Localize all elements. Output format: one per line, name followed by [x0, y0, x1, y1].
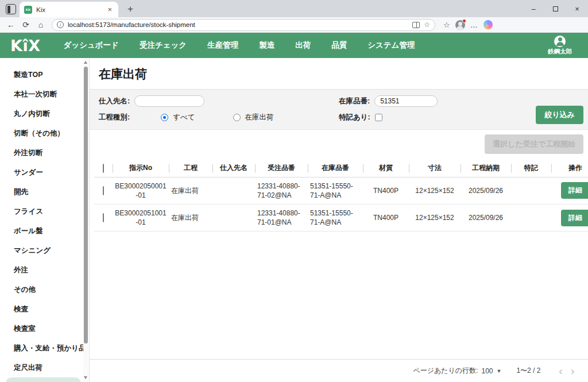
supplier-input[interactable] [134, 95, 204, 107]
sidebar-item-teijaku-shukka[interactable]: 定尺出荷 [0, 358, 83, 377]
sidebar-item-marunouchi-setsudan[interactable]: 丸ノ内切断 [0, 104, 83, 124]
page-title: 在庫出荷 [90, 58, 588, 89]
tokki-checkbox[interactable] [375, 114, 382, 121]
cell-kotei-nouki: 2025/09/26 [461, 177, 511, 204]
header-juchu-hinban: 受注品番 [255, 160, 308, 177]
table-row: BE30002051001-01 在庫出荷 12331-40880-71-01@… [94, 204, 588, 231]
sidebar-item-gaichu[interactable]: 外注 [0, 260, 83, 280]
cell-kotei: 在庫出荷 [169, 177, 212, 204]
browser-tab-strip: KIX Kix × + – × [0, 0, 588, 17]
split-screen-icon[interactable] [412, 22, 420, 28]
address-bar[interactable]: i localhost:5173/manufacture/stock-shipm… [52, 19, 435, 31]
stock-number-label: 在庫品番: [339, 97, 370, 106]
cell-tokki [511, 177, 551, 204]
browser-tab[interactable]: KIX Kix × [20, 2, 118, 17]
window-maximize-icon[interactable] [544, 0, 566, 17]
site-favicon: KIX [24, 6, 32, 14]
tab-close-icon[interactable]: × [106, 5, 114, 14]
sidebar-item-kensa[interactable]: 検査 [0, 299, 83, 319]
sidebar-item-sander[interactable]: サンダー [0, 163, 83, 182]
user-avatar-icon [554, 36, 566, 47]
page-next-icon[interactable]: › [567, 365, 578, 377]
app-header: KîX ダッシュボード 受注チェック 生産管理 製造 出荷 品質 システム管理 … [0, 33, 588, 58]
favorites-hub-icon[interactable]: ☆ [443, 21, 450, 29]
back-icon[interactable]: ← [5, 18, 17, 31]
browser-profile-avatar[interactable] [455, 20, 465, 30]
nav-production-management[interactable]: 生産管理 [207, 40, 238, 51]
browser-menu-icon[interactable]: … [470, 21, 478, 29]
scroll-down-icon[interactable] [84, 376, 87, 379]
sidebar-item-konyu-shikyu-azukarihin[interactable]: 購入・支給・預かり品 [0, 338, 83, 358]
row-checkbox[interactable] [103, 213, 104, 222]
cell-sunpo: 12×125×152 [409, 177, 461, 204]
header-kotei-nouki: 工程納期 [461, 160, 511, 177]
sidebar-item-kensashitsu[interactable]: 検査室 [0, 319, 83, 338]
radio-all-label[interactable]: すべて [173, 113, 195, 122]
url-text[interactable]: localhost:5173/manufacture/stock-shipmen… [68, 21, 408, 28]
main-nav: ダッシュボード 受注チェック 生産管理 製造 出荷 品質 システム管理 [64, 40, 548, 51]
sidebar-item-selected-partial[interactable] [6, 377, 81, 382]
scrollbar-thumb[interactable] [84, 67, 88, 344]
scroll-up-icon[interactable] [84, 61, 87, 64]
window-minimize-icon[interactable]: – [523, 0, 544, 17]
refresh-icon[interactable]: ⟳ [20, 18, 32, 31]
sidebar: 製造TOP 本社一次切断 丸ノ内切断 切断（その他） 外注切断 サンダー 開先 … [0, 58, 90, 382]
nav-manufacture[interactable]: 製造 [259, 40, 274, 51]
detail-button[interactable]: 詳細 [561, 182, 588, 199]
new-tab-button[interactable]: + [124, 3, 137, 15]
notification-dot [462, 19, 466, 23]
copilot-icon[interactable] [483, 20, 493, 29]
shipment-table: 指示No 工程 仕入先名 受注品番 在庫品番 材質 寸法 工程納期 特記 操作 [94, 160, 588, 231]
header-zaiko-hinban: 在庫品番 [308, 160, 363, 177]
radio-stock-shipment-label[interactable]: 在庫出荷 [245, 113, 274, 122]
header-shiji-no: 指示No [113, 160, 169, 177]
sidebar-item-gaichu-setsudan[interactable]: 外注切断 [0, 143, 83, 163]
detail-button[interactable]: 詳細 [561, 210, 588, 226]
sidebar-item-kaisaki[interactable]: 開先 [0, 182, 83, 202]
sidebar-item-honsha-ichiji-setsudan[interactable]: 本社一次切断 [0, 84, 83, 104]
radio-stock-shipment[interactable] [233, 114, 241, 121]
process-type-label: 工程種別: [99, 113, 130, 122]
site-info-icon[interactable]: i [57, 21, 64, 28]
start-process-button[interactable]: 選択した受注で工程開始 [485, 134, 583, 154]
rows-per-page-select[interactable]: 100 [481, 367, 493, 375]
page-prev-icon[interactable]: ‹ [555, 365, 566, 377]
sidebar-item-setsudan-sonota[interactable]: 切断（その他） [0, 124, 83, 143]
sidebar-item-fraise[interactable]: フライス [0, 202, 83, 221]
table-header-row: 指示No 工程 仕入先名 受注品番 在庫品番 材質 寸法 工程納期 特記 操作 [94, 160, 588, 177]
window-close-icon[interactable]: × [566, 0, 588, 17]
nav-dashboard[interactable]: ダッシュボード [64, 40, 119, 51]
kix-logo[interactable]: KîX [10, 37, 41, 55]
header-select-all [94, 160, 113, 177]
window-controls: – × [523, 0, 588, 17]
row-checkbox[interactable] [103, 186, 104, 195]
nav-order-check[interactable]: 受注チェック [140, 40, 187, 51]
sidebar-item-sonota[interactable]: その他 [0, 280, 83, 299]
home-icon[interactable]: ⌂ [34, 18, 47, 31]
cell-shiji-no: BE30002051001-01 [113, 204, 169, 231]
favorite-star-icon[interactable]: ☆ [424, 21, 430, 29]
nav-shipment[interactable]: 出荷 [295, 40, 311, 51]
sidebar-item-seizo-top[interactable]: 製造TOP [0, 65, 83, 84]
sidebar-item-ball-ban[interactable]: ボール盤 [0, 221, 83, 241]
cell-kotei-nouki: 2025/09/26 [461, 204, 511, 231]
cell-kotei: 在庫出荷 [169, 204, 212, 231]
stock-number-input[interactable] [374, 95, 438, 107]
cell-shiiresaki [212, 177, 255, 204]
nav-system-management[interactable]: システム管理 [368, 40, 415, 51]
filter-button[interactable]: 絞り込み [536, 106, 583, 124]
tab-actions-icon[interactable] [6, 4, 16, 14]
nav-quality[interactable]: 品質 [331, 40, 347, 51]
start-row: 選択した受注で工程開始 [90, 130, 588, 157]
select-all-checkbox[interactable] [103, 164, 104, 173]
header-shiiresaki: 仕入先名 [212, 160, 255, 177]
radio-all[interactable] [161, 114, 168, 121]
user-menu[interactable]: 鉄鋼太郎 [548, 36, 572, 56]
sidebar-item-machining[interactable]: マシニング [0, 241, 83, 260]
rows-per-page-label: ページあたりの行数: [413, 366, 478, 376]
cell-juchu-hinban: 12331-40880-71-02@NA [255, 177, 308, 204]
sidebar-scrollbar[interactable] [83, 58, 88, 382]
cell-sunpo: 12×125×152 [409, 204, 461, 231]
toolbar-right-icons: ☆ … [443, 20, 493, 30]
caret-down-icon[interactable]: ▼ [496, 368, 501, 374]
